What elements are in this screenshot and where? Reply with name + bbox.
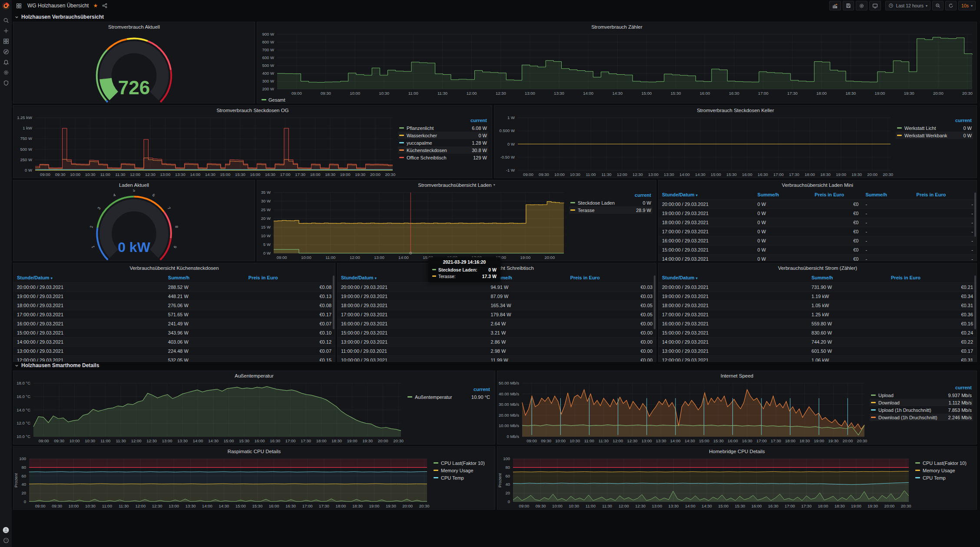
panel-title[interactable]: Verbrauchsübersicht Strom (Zähler) [659, 263, 977, 272]
column-header[interactable]: Stunde/Datum ▾ [659, 272, 808, 283]
table-scrollbar[interactable] [974, 192, 976, 237]
settings-gear-icon[interactable] [3, 69, 9, 76]
panel-title[interactable]: Außentemperatur [13, 371, 495, 380]
svg-text:13:30: 13:30 [554, 91, 564, 96]
panel-title[interactable]: Verbrauchsübersicht Laden Mini [659, 180, 977, 189]
svg-text:15:30: 15:30 [726, 172, 737, 177]
legend-item[interactable]: CPU Last(Faktor 10) [914, 459, 973, 467]
chart-internet-speed[interactable]: 0 Mb/s10.00 Mb/s20.00 Mb/s30.00 Mb/s40.0… [497, 380, 869, 444]
admin-shield-icon[interactable] [3, 80, 9, 86]
search-icon[interactable] [3, 17, 9, 23]
panel-title[interactable]: Stromverbrauch Steckdosen OG [13, 106, 492, 115]
column-header[interactable]: Preis in Euro [245, 272, 335, 283]
legend-item[interactable]: Außentemperatur10.90 °C [406, 393, 491, 401]
legend-item[interactable]: yuccapalme1.28 W [398, 139, 488, 146]
chart-steckdosen-keller[interactable]: -1 W-0.50 W0 W0.500 W1 W09:0009:3010:001… [494, 115, 895, 178]
time-range-picker[interactable]: Last 12 hours ▾ [885, 1, 930, 10]
legend-item[interactable]: Werkstatt Licht0 W [896, 124, 973, 132]
panel-title[interactable]: Verbrauchsübersicht Küchensteckdosen [13, 263, 335, 272]
create-plus-icon[interactable] [3, 27, 9, 34]
user-avatar[interactable] [3, 527, 9, 533]
legend-item[interactable]: Steckdose Laden0 W [569, 199, 652, 206]
alerting-bell-icon[interactable] [3, 59, 9, 65]
legend-item[interactable]: CPU Temp [432, 474, 491, 481]
svg-text:10:00: 10:00 [70, 438, 80, 443]
column-header[interactable]: Preis in Euro [887, 272, 977, 283]
share-icon[interactable] [102, 3, 107, 8]
legend-item[interactable]: Upload (1h Druchschnitt)7.853 Mb/s [870, 406, 973, 414]
legend-item[interactable]: Download (1h Druchschnitt)2.246 Mb/s [870, 414, 973, 421]
svg-text:0 Mb/s: 0 Mb/s [507, 434, 519, 439]
table-row: 13:00:00 / 29.03.2021224.48 W€0.07 [13, 347, 335, 356]
svg-text:17:30: 17:30 [787, 91, 798, 96]
dashboard-settings-button[interactable] [856, 1, 867, 10]
table-scrollbar[interactable] [974, 275, 976, 329]
table-scrollbar[interactable] [333, 275, 334, 329]
chart-steckdosen-og[interactable]: 0 W250 W500 W750 W1 kW1.25 kW09:0009:301… [13, 115, 397, 178]
favorite-star-icon[interactable]: ★ [93, 3, 98, 9]
svg-text:18:30: 18:30 [846, 91, 856, 96]
panel-title[interactable]: Stromverbrauch Zähler [257, 22, 977, 31]
chart-raspimatic-cpu[interactable]: 02040608010009:0009:3010:0010:3011:0011:… [13, 456, 431, 509]
legend-current-header: current [398, 117, 488, 124]
legend-item[interactable]: CPU Temp [914, 474, 973, 481]
column-header[interactable]: Summe/h [754, 189, 811, 200]
panel-title[interactable]: Stromverbrauchsübersicht Laden▾ [257, 180, 656, 189]
refresh-button[interactable] [945, 1, 957, 10]
chart-homebridge-cpu[interactable]: 02040608010009:0009:3010:0010:3011:0011:… [497, 456, 913, 509]
help-icon[interactable]: ? [3, 537, 9, 544]
table-schreibtisch: Stunde/Datum ▾Summe/hPreis in Euro20:00:… [338, 272, 656, 361]
legend-item[interactable]: Werkstatt Werkbank0 W [896, 132, 973, 139]
cycle-view-mode-button[interactable] [869, 1, 881, 10]
save-dashboard-button[interactable] [843, 1, 854, 10]
column-header[interactable]: Preis in Euro [913, 189, 977, 200]
grafana-logo-icon[interactable] [0, 0, 12, 12]
gauge-stromverbrauch-aktuell[interactable]: 726 [13, 31, 255, 103]
legend-item[interactable]: CPU Last(Faktor 10) [432, 459, 491, 467]
legend-item[interactable]: Memory Usage [914, 467, 973, 474]
chart-verbrauch-laden[interactable]: 0 W5 W10 W15 W20 W25 W30 W35 W09:0010:00… [257, 189, 568, 261]
legend-item[interactable]: Download1.112 Mb/s [870, 399, 973, 406]
panel-title[interactable]: Homebridge CPU Details [497, 447, 977, 456]
svg-text:60: 60 [21, 474, 26, 478]
chart-stromverbrauch-zaehler[interactable]: 200 W300 W400 W500 W600 W700 W800 W900 W… [257, 31, 977, 96]
column-header[interactable]: Summe/h [165, 272, 245, 283]
dashboard-title[interactable]: WG Holzhausen Übersicht [27, 3, 89, 9]
dashboards-icon[interactable] [3, 38, 9, 44]
svg-text:09:30: 09:30 [52, 504, 62, 508]
tooltip-series-row: Terasse:17.3 W [432, 273, 497, 279]
legend-gesamt[interactable]: Gesamt [257, 96, 977, 103]
legend-item[interactable]: Küchensteckdosen30.8 W [398, 146, 488, 154]
svg-text:10.0 °C: 10.0 °C [17, 434, 30, 439]
legend-item[interactable]: Memory Usage [432, 467, 491, 474]
svg-text:19:00: 19:00 [875, 91, 885, 96]
row-header-smarthome[interactable]: Holzhausen Smarthome Details [15, 362, 99, 368]
zoom-out-button[interactable] [932, 1, 944, 10]
panel-title[interactable]: Internet Speed [497, 371, 977, 380]
column-header[interactable]: Summe/h [808, 272, 887, 283]
add-panel-button[interactable] [829, 1, 841, 10]
table-scrollbar[interactable] [654, 275, 656, 329]
panel-title[interactable]: Stromverbrauch Aktuell [13, 22, 255, 31]
svg-text:13:00: 13:00 [162, 438, 172, 443]
legend-item[interactable]: Pflanzenlicht6.08 W [398, 124, 488, 132]
column-header[interactable]: Summe/h [862, 189, 913, 200]
legend-current-header: current [896, 117, 973, 124]
row-header-verbrauch[interactable]: Holzhausen Verbrauchsübersicht [15, 14, 104, 20]
legend-item[interactable]: Upload9.937 Mb/s [870, 391, 973, 399]
column-header[interactable]: Preis in Euro [567, 272, 656, 283]
legend-item[interactable]: Terasse28.9 W [569, 206, 652, 214]
table-row: 20:00:00 / 29.03.2021731.90 W€0.21 [659, 283, 977, 292]
chart-aussentemperatur[interactable]: 10.0 °C12.0 °C14.0 °C16.0 °C18.0 °C09:00… [13, 380, 405, 444]
column-header[interactable]: Stunde/Datum ▾ [659, 189, 754, 200]
column-header[interactable]: Stunde/Datum ▾ [13, 272, 165, 283]
legend-item[interactable]: Wasserkocher0 W [398, 132, 488, 139]
explore-compass-icon[interactable] [3, 48, 9, 55]
panel-title[interactable]: Laden Aktuell [13, 180, 255, 189]
gauge-laden-aktuell[interactable]: 0123456789100 kW [13, 189, 255, 261]
column-header[interactable]: Preis in Euro [811, 189, 862, 200]
refresh-interval-picker[interactable]: 10s▾ [958, 1, 976, 10]
panel-title[interactable]: Raspimatic CPU Details [13, 447, 495, 456]
legend-item[interactable]: Office Schreibtisch129 W [398, 154, 488, 161]
panel-title[interactable]: Stromverbrauch Steckdosen Keller [494, 106, 977, 115]
